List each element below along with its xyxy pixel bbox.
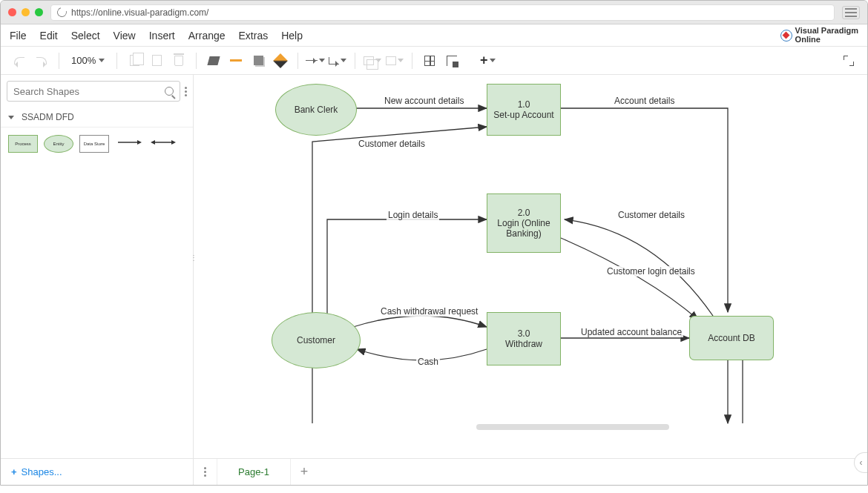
delete-button[interactable] — [169, 51, 188, 70]
menu-select[interactable]: Select — [71, 30, 100, 42]
url-text: https://online.visual-paradigm.com/ — [71, 7, 208, 18]
close-window-icon[interactable] — [8, 8, 16, 16]
browser-menu-icon[interactable] — [842, 6, 860, 19]
more-shapes-label: Shapes... — [22, 466, 62, 477]
label-customer-login-details: Customer login details — [605, 266, 697, 277]
titlebar: https://online.visual-paradigm.com/ — [1, 1, 867, 24]
paste-button[interactable] — [147, 51, 166, 70]
collapse-icon — [8, 116, 14, 119]
minimize-window-icon[interactable] — [22, 8, 30, 16]
horizontal-scrollbar[interactable] — [476, 424, 669, 430]
entity-bank-clerk[interactable]: Bank Clerk — [275, 84, 357, 136]
waypoint-style-button[interactable] — [328, 51, 347, 70]
copy-button[interactable] — [125, 51, 144, 70]
shadow-button[interactable] — [249, 51, 268, 70]
canvas-wrap: Bank Clerk Customer 1.0Set-up Account 2.… — [194, 75, 867, 485]
redo-button[interactable] — [32, 51, 51, 70]
fullscreen-button[interactable] — [839, 51, 858, 70]
add-page-button[interactable]: + — [291, 459, 318, 485]
menu-view[interactable]: View — [114, 30, 136, 42]
label-updated-account-balance: Updated account balance — [579, 327, 683, 337]
more-shapes-button[interactable]: + Shapes... — [1, 458, 193, 485]
stroke-button[interactable] — [226, 51, 246, 70]
shape-process[interactable]: Process — [8, 135, 38, 153]
label-customer-details-1: Customer details — [357, 139, 427, 149]
process-2-login[interactable]: 2.0Login (Online Banking) — [487, 193, 561, 253]
page-bar: Page-1 + — [194, 458, 867, 485]
chevron-down-icon — [99, 59, 105, 62]
style-button[interactable] — [271, 51, 290, 70]
brand-line2: Online — [795, 35, 821, 44]
search-icon[interactable] — [165, 87, 174, 96]
window-controls — [8, 8, 43, 16]
toolbar: 100% + — [1, 47, 867, 75]
panel-title: SSADM DFD — [22, 112, 74, 122]
shape-datastore[interactable]: Data Store — [79, 135, 109, 153]
zoom-select[interactable]: 100% — [67, 55, 109, 66]
main-area: SSADM DFD Process Entity Data Store + Sh… — [1, 75, 867, 485]
sidebar-splitter[interactable]: ⋮ — [192, 247, 195, 269]
shape-palette: Process Entity Data Store — [1, 128, 193, 160]
snap-button[interactable] — [442, 51, 461, 70]
page-menu-icon[interactable] — [194, 459, 217, 485]
fill-button[interactable] — [204, 51, 223, 70]
label-customer-details-2: Customer details — [617, 210, 686, 220]
page-tab-1[interactable]: Page-1 — [217, 459, 291, 485]
reload-icon[interactable] — [56, 6, 69, 19]
label-account-details: Account details — [613, 96, 676, 106]
diagram-canvas[interactable]: Bank Clerk Customer 1.0Set-up Account 2.… — [194, 75, 867, 458]
svg-marker-3 — [151, 140, 155, 145]
to-back-button[interactable] — [385, 51, 404, 70]
search-shapes-field[interactable] — [13, 86, 165, 97]
brand-logo[interactable]: Visual Paradigm Online — [780, 27, 858, 44]
label-cash-withdrawal-request: Cash withdrawal request — [379, 306, 479, 317]
label-new-account-details: New account details — [383, 96, 465, 106]
zoom-value: 100% — [71, 55, 96, 66]
brand-line1: Visual Paradigm — [795, 26, 858, 35]
sidebar-menu-icon[interactable] — [185, 87, 187, 96]
menu-insert[interactable]: Insert — [149, 30, 175, 42]
process-1-setup-account[interactable]: 1.0Set-up Account — [487, 84, 561, 136]
label-cash: Cash — [416, 357, 440, 367]
insert-button[interactable]: + — [478, 51, 497, 70]
url-bar[interactable]: https://online.visual-paradigm.com/ — [50, 4, 835, 21]
sidebar: SSADM DFD Process Entity Data Store + Sh… — [1, 75, 194, 485]
shape-arrow-one[interactable] — [115, 135, 143, 150]
menu-file[interactable]: File — [10, 30, 27, 42]
undo-button[interactable] — [10, 51, 29, 70]
menu-extras[interactable]: Extras — [239, 30, 269, 42]
search-shapes-input[interactable] — [7, 81, 180, 102]
grid-button[interactable] — [420, 51, 439, 70]
svg-marker-4 — [171, 140, 176, 145]
shape-arrow-two[interactable] — [149, 135, 177, 150]
maximize-window-icon[interactable] — [35, 8, 43, 16]
menubar: File Edit Select View Insert Arrange Ext… — [1, 24, 867, 47]
label-login-details: Login details — [387, 210, 439, 220]
menu-edit[interactable]: Edit — [40, 30, 58, 42]
app-window: https://online.visual-paradigm.com/ File… — [0, 0, 868, 486]
menu-help[interactable]: Help — [281, 30, 303, 42]
menu-arrange[interactable]: Arrange — [188, 30, 226, 42]
shape-panel-header[interactable]: SSADM DFD — [1, 107, 193, 128]
svg-marker-1 — [137, 140, 142, 145]
brand-icon — [780, 30, 792, 42]
process-3-withdraw[interactable]: 3.0Withdraw — [487, 312, 561, 365]
entity-customer[interactable]: Customer — [272, 312, 361, 368]
to-front-button[interactable] — [363, 51, 382, 70]
datastore-account-db[interactable]: Account DB — [694, 316, 769, 360]
connection-style-button[interactable] — [306, 51, 325, 70]
shape-entity[interactable]: Entity — [44, 135, 73, 153]
